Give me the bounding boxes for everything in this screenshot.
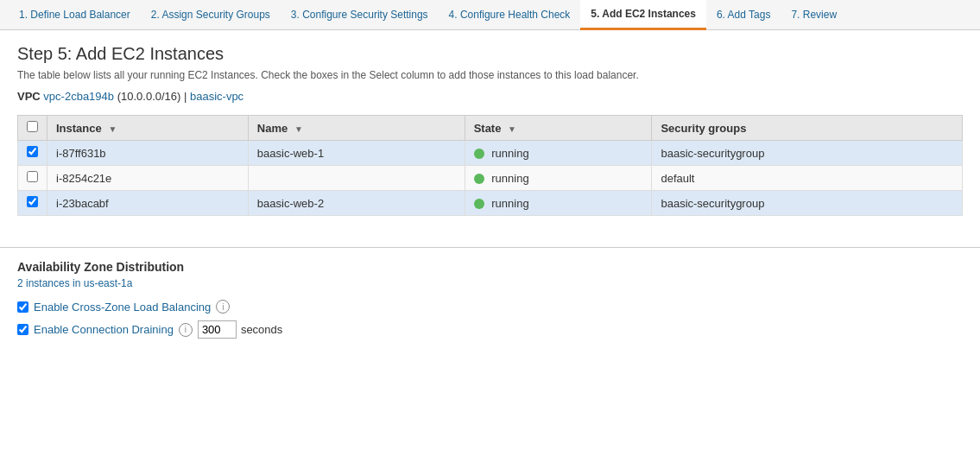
table-row: i-8254c21e running default: [18, 166, 963, 191]
row1-state: running: [465, 141, 652, 166]
bottom-section: Availability Zone Distribution 2 instanc…: [0, 247, 980, 358]
cross-zone-checkbox[interactable]: [17, 301, 28, 313]
row2-select-cell: [18, 166, 47, 191]
connection-draining-label[interactable]: Enable Connection Draining: [34, 323, 174, 336]
cross-zone-info-icon[interactable]: i: [216, 300, 230, 314]
az-distribution-subtitle: 2 instances in us-east-1a: [17, 277, 963, 289]
instance-sort-arrow: ▼: [108, 124, 117, 134]
instances-table: Instance ▼ Name ▼ State ▼ Security group…: [17, 115, 963, 216]
name-sort-arrow: ▼: [294, 124, 303, 134]
row1-status-text: running: [491, 147, 528, 160]
security-groups-column-header: Security groups: [652, 116, 963, 141]
row2-checkbox[interactable]: [27, 171, 38, 182]
row3-checkbox[interactable]: [27, 196, 38, 207]
row2-name: [248, 166, 465, 191]
seconds-label: seconds: [241, 323, 282, 336]
row2-instance: i-8254c21e: [47, 166, 249, 191]
state-header-label: State: [474, 122, 502, 135]
connection-draining-seconds-input[interactable]: [198, 320, 237, 339]
name-header-label: Name: [257, 122, 288, 135]
state-column-header[interactable]: State ▼: [465, 116, 652, 141]
page-description: The table below lists all your running E…: [17, 69, 963, 81]
connection-draining-checkbox[interactable]: [17, 324, 28, 335]
vpc-id-link[interactable]: vpc-2cba194b: [43, 90, 114, 103]
az-distribution-title: Availability Zone Distribution: [17, 260, 963, 274]
row1-status-dot: [474, 149, 484, 159]
cross-zone-option-row: Enable Cross-Zone Load Balancing i: [17, 300, 963, 314]
vpc-cidr: (10.0.0.0/16) |: [117, 90, 190, 103]
row1-instance: i-87ff631b: [47, 141, 249, 166]
wizard-step-2[interactable]: 2. Assign Security Groups: [141, 0, 281, 30]
connection-draining-info-icon[interactable]: i: [179, 323, 193, 337]
main-content: Step 5: Add EC2 Instances The table belo…: [0, 30, 980, 238]
row2-state: running: [465, 166, 652, 191]
instance-column-header[interactable]: Instance ▼: [47, 116, 249, 141]
row1-checkbox[interactable]: [27, 146, 38, 157]
connection-draining-option-row: Enable Connection Draining i seconds: [17, 320, 963, 339]
row3-state: running: [465, 191, 652, 216]
security-groups-header-label: Security groups: [661, 122, 746, 135]
row2-status-dot: [474, 174, 484, 184]
vpc-info: VPC vpc-2cba194b (10.0.0.0/16) | baasic-…: [17, 90, 963, 103]
row3-name: baasic-web-2: [248, 191, 465, 216]
row1-select-cell: [18, 141, 47, 166]
cross-zone-label[interactable]: Enable Cross-Zone Load Balancing: [34, 301, 211, 314]
table-row: i-87ff631b baasic-web-1 running baasic-s…: [18, 141, 963, 166]
wizard-step-3[interactable]: 3. Configure Security Settings: [281, 0, 439, 30]
wizard-nav: 1. Define Load Balancer 2. Assign Securi…: [0, 0, 980, 30]
row3-status-text: running: [491, 197, 528, 210]
instance-header-label: Instance: [56, 122, 102, 135]
row2-security-groups: default: [652, 166, 963, 191]
wizard-step-7[interactable]: 7. Review: [781, 0, 847, 30]
row1-name: baasic-web-1: [248, 141, 465, 166]
select-all-checkbox[interactable]: [27, 121, 38, 132]
select-all-header: [18, 116, 47, 141]
name-column-header[interactable]: Name ▼: [248, 116, 465, 141]
vpc-label: VPC: [17, 90, 41, 103]
table-row: i-23bacabf baasic-web-2 running baasic-s…: [18, 191, 963, 216]
state-sort-arrow: ▼: [508, 124, 516, 134]
page-title: Step 5: Add EC2 Instances: [17, 44, 963, 64]
row3-select-cell: [18, 191, 47, 216]
row1-security-groups: baasic-securitygroup: [652, 141, 963, 166]
row3-security-groups: baasic-securitygroup: [652, 191, 963, 216]
row3-instance: i-23bacabf: [47, 191, 249, 216]
wizard-step-5[interactable]: 5. Add EC2 Instances: [580, 0, 706, 30]
row2-status-text: running: [491, 172, 528, 185]
row3-status-dot: [474, 199, 484, 209]
vpc-name-link[interactable]: baasic-vpc: [190, 90, 243, 103]
wizard-step-1[interactable]: 1. Define Load Balancer: [9, 0, 141, 30]
wizard-step-6[interactable]: 6. Add Tags: [706, 0, 781, 30]
wizard-step-4[interactable]: 4. Configure Health Check: [439, 0, 581, 30]
